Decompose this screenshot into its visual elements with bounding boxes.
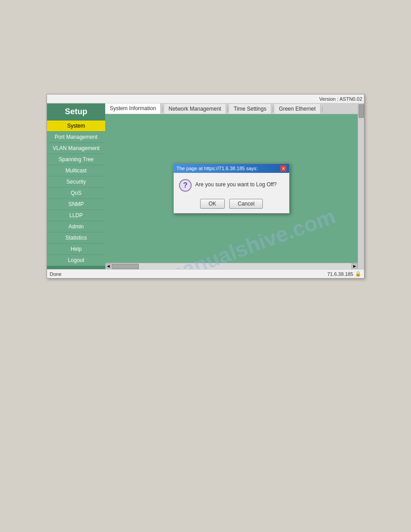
dialog-cancel-button[interactable]: Cancel bbox=[229, 199, 263, 209]
hscroll-thumb[interactable] bbox=[112, 264, 139, 269]
tab-network-management[interactable]: Network Management bbox=[164, 104, 226, 114]
sidebar: Setup System Port Management VLAN Manage… bbox=[47, 103, 105, 269]
dialog-body: ? Are you sure you want to Log Off? bbox=[174, 173, 289, 196]
sidebar-item-system[interactable]: System bbox=[47, 120, 105, 132]
tab-separator-3: | bbox=[271, 104, 274, 114]
tab-system-information[interactable]: System Information bbox=[105, 103, 161, 114]
dialog-close-button[interactable]: ✕ bbox=[280, 165, 287, 172]
browser-window: Version : ASTN0.02 Setup System Port Man… bbox=[47, 94, 364, 279]
tab-separator-4: | bbox=[321, 104, 324, 114]
tab-separator-1: | bbox=[161, 104, 164, 114]
content-body: manualshive.com The page at https://71.6… bbox=[105, 114, 358, 263]
scrollbar-thumb[interactable] bbox=[359, 104, 364, 118]
status-bar: Done 71.6.38.185 🔒 bbox=[47, 269, 364, 278]
dialog-box: The page at https://71.6.38.185 says: ✕ … bbox=[173, 163, 290, 214]
browser-content: Setup System Port Management VLAN Manage… bbox=[47, 103, 364, 269]
sidebar-title: Setup bbox=[47, 103, 105, 120]
sidebar-item-multicast[interactable]: Multicast bbox=[47, 165, 105, 176]
tab-time-settings[interactable]: Time Settings bbox=[229, 104, 271, 114]
sidebar-item-lldp[interactable]: LLDP bbox=[47, 210, 105, 221]
horizontal-scrollbar[interactable]: ◀ ▶ bbox=[105, 263, 358, 269]
sidebar-item-help[interactable]: Help bbox=[47, 244, 105, 255]
dialog-message: Are you sure you want to Log Off? bbox=[195, 179, 277, 189]
status-right: 71.6.38.185 🔒 bbox=[327, 271, 361, 277]
version-label: Version : ASTN0.02 bbox=[319, 96, 362, 102]
sidebar-item-port-management[interactable]: Port Management bbox=[47, 132, 105, 143]
sidebar-item-spanning-tree[interactable]: Spanning Tree bbox=[47, 154, 105, 165]
sidebar-item-vlan-management[interactable]: VLAN Management bbox=[47, 143, 105, 154]
hscroll-track[interactable] bbox=[111, 263, 351, 270]
dialog-question-icon: ? bbox=[179, 179, 192, 192]
vertical-scrollbar[interactable] bbox=[358, 103, 364, 269]
sidebar-item-logout[interactable]: Logout bbox=[47, 255, 105, 266]
browser-topbar: Version : ASTN0.02 bbox=[47, 94, 364, 103]
sidebar-item-security[interactable]: Security bbox=[47, 176, 105, 188]
sidebar-item-snmp[interactable]: SNMP bbox=[47, 199, 105, 210]
main-area: System Information | Network Management … bbox=[105, 103, 358, 269]
hscroll-left-arrow[interactable]: ◀ bbox=[105, 263, 111, 270]
sidebar-item-qos[interactable]: QoS bbox=[47, 188, 105, 199]
sidebar-item-admin[interactable]: Admin bbox=[47, 221, 105, 232]
dialog-ok-button[interactable]: OK bbox=[200, 199, 225, 209]
dialog-title: The page at https://71.6.38.185 says: bbox=[176, 166, 258, 171]
tab-bar: System Information | Network Management … bbox=[105, 103, 358, 114]
dialog-titlebar: The page at https://71.6.38.185 says: ✕ bbox=[174, 164, 289, 173]
hscroll-right-arrow[interactable]: ▶ bbox=[351, 263, 358, 270]
sidebar-item-statistics[interactable]: Statistics bbox=[47, 232, 105, 244]
tab-separator-2: | bbox=[226, 104, 229, 114]
dialog-footer: OK Cancel bbox=[174, 196, 289, 213]
dialog-overlay: The page at https://71.6.38.185 says: ✕ … bbox=[105, 114, 358, 263]
status-left: Done bbox=[50, 271, 61, 277]
status-lock-icon: 🔒 bbox=[355, 271, 361, 277]
tab-green-ethernet[interactable]: Green Ethernet bbox=[274, 104, 321, 114]
status-ip: 71.6.38.185 bbox=[327, 271, 353, 277]
